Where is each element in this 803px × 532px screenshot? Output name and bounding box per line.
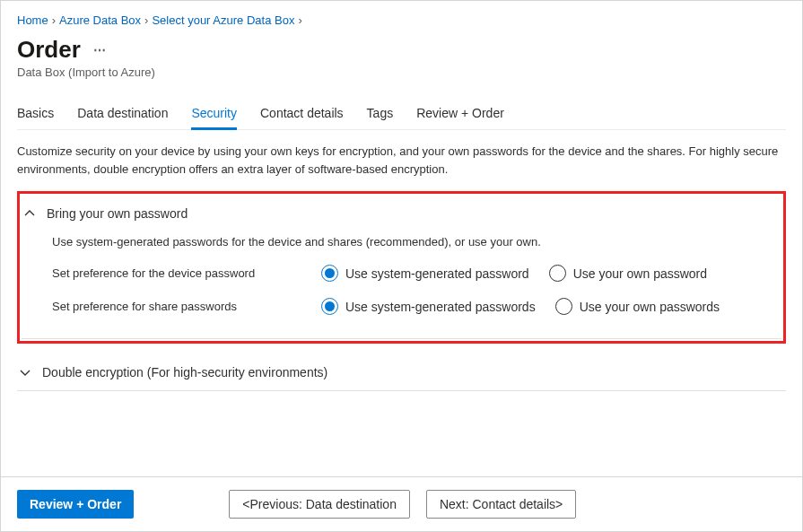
accordion-header-double[interactable]: Double encryption (For high-security env… <box>17 354 786 390</box>
tab-data-destination[interactable]: Data destination <box>77 100 168 129</box>
wizard-footer: Review + Order <Previous: Data destinati… <box>1 476 802 531</box>
radio-device-system-label: Use system-generated password <box>345 266 529 281</box>
radio-device-system[interactable]: Use system-generated password <box>321 265 529 282</box>
tabs: Basics Data destination Security Contact… <box>17 100 786 130</box>
radio-share-own-label: Use your own passwords <box>580 300 720 314</box>
breadcrumb-link-select[interactable]: Select your Azure Data Box <box>152 13 294 27</box>
accordion-header-byop[interactable]: Bring your own password <box>22 196 781 231</box>
tab-basics[interactable]: Basics <box>17 100 54 129</box>
radio-share-system-label: Use system-generated passwords <box>345 300 536 314</box>
radio-device-own[interactable]: Use your own password <box>549 265 707 282</box>
pref-share-passwords-label: Set preference for share passwords <box>52 300 321 313</box>
review-order-button[interactable]: Review + Order <box>17 490 134 519</box>
pref-device-password-label: Set preference for the device password <box>52 266 321 280</box>
tab-review-order[interactable]: Review + Order <box>416 100 504 129</box>
breadcrumb: Home › Azure Data Box › Select your Azur… <box>17 10 786 27</box>
highlight-box: Bring your own password Use system-gener… <box>17 191 786 344</box>
tab-description: Customize security on your device by usi… <box>17 143 786 179</box>
more-icon[interactable]: ⋯ <box>93 43 106 57</box>
breadcrumb-link-databox[interactable]: Azure Data Box <box>59 13 141 27</box>
tab-tags[interactable]: Tags <box>367 100 394 129</box>
tab-contact-details[interactable]: Contact details <box>260 100 344 129</box>
radio-device-own-label: Use your own password <box>573 266 707 281</box>
next-button[interactable]: Next: Contact details> <box>426 490 576 519</box>
page-subtitle: Data Box (Import to Azure) <box>17 65 786 79</box>
pref-device-password-row: Set preference for the device password U… <box>52 265 772 282</box>
pref-share-passwords-row: Set preference for share passwords Use s… <box>52 298 772 315</box>
accordion-double-encryption: Double encryption (For high-security env… <box>17 354 786 391</box>
page-title: Order ⋯ <box>17 36 786 64</box>
accordion-byop: Bring your own password Use system-gener… <box>22 196 781 339</box>
radio-share-own[interactable]: Use your own passwords <box>555 298 720 315</box>
chevron-right-icon: › <box>52 13 56 27</box>
accordion-title-double: Double encryption (For high-security env… <box>42 365 327 379</box>
byop-hint: Use system-generated passwords for the d… <box>52 235 772 249</box>
accordion-title-byop: Bring your own password <box>47 206 188 221</box>
tab-security[interactable]: Security <box>191 100 237 129</box>
previous-button[interactable]: <Previous: Data destination <box>229 490 410 519</box>
chevron-down-icon <box>19 367 31 378</box>
radio-share-system[interactable]: Use system-generated passwords <box>321 298 536 315</box>
chevron-right-icon: › <box>144 13 148 27</box>
chevron-up-icon <box>23 208 36 219</box>
page-title-text: Order <box>17 36 81 64</box>
chevron-right-icon: › <box>298 13 301 27</box>
breadcrumb-link-home[interactable]: Home <box>17 13 48 27</box>
